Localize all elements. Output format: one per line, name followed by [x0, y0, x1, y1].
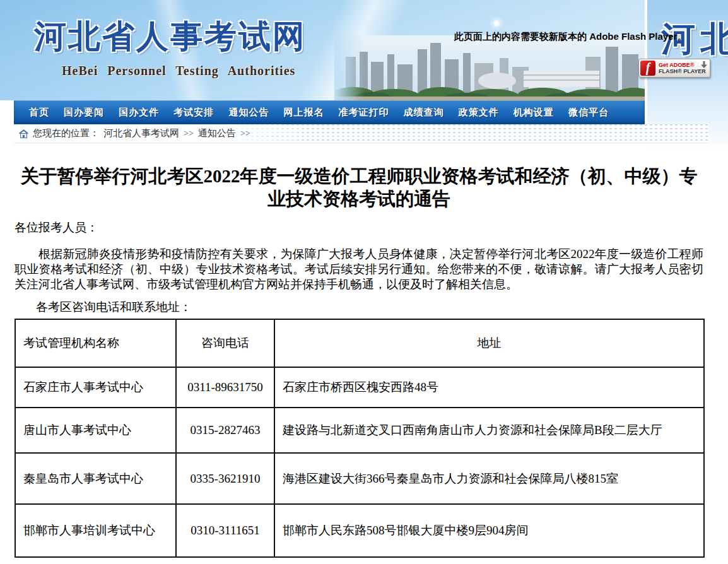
flash-button-line1: Get ADOBE®	[659, 62, 706, 68]
table-row: 石家庄市人事考试中心 0311-89631750 石家庄市桥西区槐安西路48号	[15, 367, 704, 408]
breadcrumb-separator: >>	[184, 129, 194, 139]
address-cell: 建设路与北新道交叉口西南角唐山市人力资源和社会保障局B段二层大厅	[274, 408, 704, 453]
agency-cell: 秦皇岛市人事考试中心	[15, 453, 176, 504]
phone-cell: 0311-89631750	[176, 367, 274, 408]
phone-cell: 0315-2827463	[176, 408, 274, 453]
notice-article: 关于暂停举行河北考区2022年度一级造价工程师职业资格考试和经济（初、中级）专业…	[15, 143, 703, 558]
breadcrumb-link-site[interactable]: 河北省人事考试网	[103, 127, 179, 139]
agency-cell: 邯郸市人事培训考试中心	[15, 504, 176, 557]
nav-item-organization[interactable]: 机构设置	[514, 107, 554, 119]
table-header-row: 考试管理机构名称 咨询电话 地址	[15, 319, 704, 367]
address-cell: 海港区建设大街366号秦皇岛市人力资源和社会保障局八楼815室	[274, 453, 704, 504]
breadcrumb-link-notices[interactable]: 通知公告	[198, 127, 236, 139]
table-row: 邯郸市人事培训考试中心 0310-3111651 邯郸市人民东路508号邯银大厦…	[15, 504, 704, 557]
nav-item-notices[interactable]: 通知公告	[228, 107, 269, 119]
notice-body: 根据新冠肺炎疫情形势和疫情防控有关要求，为保障广大报考人员身体健康，决定暂停举行…	[15, 247, 703, 292]
flash-logo-icon: f	[640, 61, 655, 76]
salutation: 各位报考人员：	[15, 220, 703, 235]
flash-notice-text: 此页面上的内容需要较新版本的 Adobe Flash Player。	[454, 31, 686, 43]
get-flash-player-button[interactable]: f Get ADOBE® FLASH® PLAYER	[638, 59, 710, 78]
flash-button-line2: FLASH® PLAYER	[659, 68, 706, 74]
table-row: 唐山市人事考试中心 0315-2827463 建设路与北新道交叉口西南角唐山市人…	[15, 408, 704, 453]
agency-cell: 唐山市人事考试中心	[15, 408, 176, 453]
site-banner: 河北省人事考试网 HeBei Personnel Testing Authori…	[0, 0, 645, 100]
col-header-agency: 考试管理机构名称	[15, 319, 176, 367]
nav-item-home[interactable]: 首页	[29, 107, 49, 119]
agency-cell: 石家庄市人事考试中心	[15, 367, 176, 408]
nav-item-exam-schedule[interactable]: 考试安排	[173, 107, 214, 119]
nav-item-policy-documents[interactable]: 政策文件	[459, 107, 499, 119]
contact-table: 考试管理机构名称 咨询电话 地址 石家庄市人事考试中心 0311-8963175…	[15, 319, 705, 558]
home-icon	[19, 129, 28, 138]
city-skyline-photo	[334, 35, 645, 100]
breadcrumb-prefix: 您现在的位置：	[33, 127, 99, 139]
nav-item-score-query[interactable]: 成绩查询	[404, 107, 444, 119]
address-cell: 石家庄市桥西区槐安西路48号	[274, 367, 704, 408]
table-row: 秦皇岛市人事考试中心 0335-3621910 海港区建设大街366号秦皇岛市人…	[15, 453, 704, 504]
nav-item-wechat[interactable]: 微信平台	[568, 107, 609, 119]
nav-item-state-documents[interactable]: 国办文件	[119, 107, 159, 119]
col-header-address: 地址	[274, 319, 704, 367]
page: 河北省	[0, 0, 728, 564]
col-header-phone: 咨询电话	[176, 319, 274, 367]
table-intro: 各考区咨询电话和联系地址：	[15, 300, 703, 315]
download-arrow-icon	[701, 61, 707, 69]
site-subtitle: HeBei Personnel Testing Authorities	[62, 64, 295, 78]
phone-cell: 0310-3111651	[176, 504, 274, 557]
nav-item-online-registration[interactable]: 网上报名	[283, 107, 324, 119]
breadcrumb: 您现在的位置： 河北省人事考试网 >> 通知公告 >>	[14, 124, 708, 143]
main-nav: 首页 国办要闻 国办文件 考试安排 通知公告 网上报名 准考证打印 成绩查询 政…	[14, 100, 645, 124]
address-cell: 邯郸市人民东路508号邯银大厦中楼9层904房间	[274, 504, 704, 557]
breadcrumb-separator: >>	[240, 129, 250, 139]
page-title: 关于暂停举行河北考区2022年度一级造价工程师职业资格考试和经济（初、中级）专业…	[15, 165, 703, 210]
phone-cell: 0335-3621910	[176, 453, 274, 504]
nav-item-state-news[interactable]: 国办要闻	[64, 107, 104, 119]
site-title: 河北省人事考试网	[34, 15, 307, 59]
nav-item-admission-ticket-print[interactable]: 准考证打印	[339, 107, 389, 119]
